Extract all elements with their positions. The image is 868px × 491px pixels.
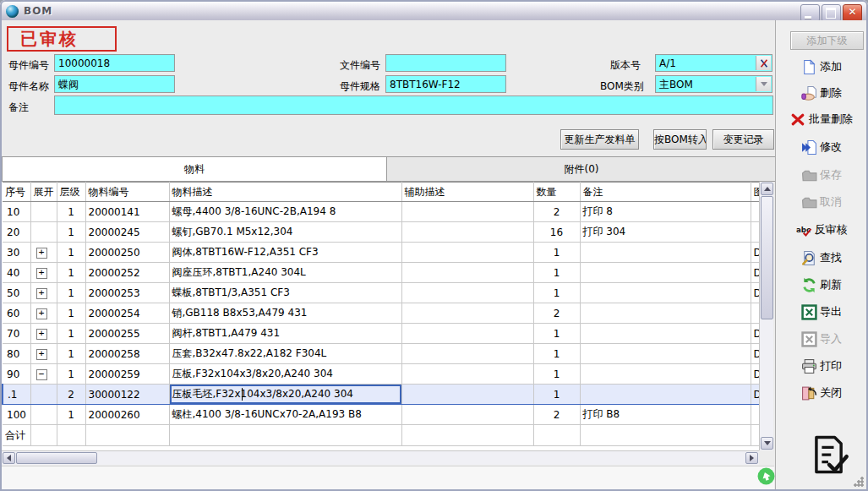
cell-fig: D bbox=[751, 364, 759, 385]
sidebar-button-find[interactable]: 查找 bbox=[776, 247, 867, 269]
vertical-scrollbar[interactable] bbox=[759, 182, 773, 450]
cell-remark: 打印 304 bbox=[580, 222, 751, 243]
cell-level: 1 bbox=[57, 222, 85, 243]
cell-seq: 60 bbox=[3, 303, 30, 324]
resize-grip[interactable] bbox=[854, 477, 864, 487]
cell-fig bbox=[751, 405, 759, 425]
cell-desc: 阀座压环,8TBT1,A240 304L bbox=[169, 263, 401, 283]
refresh-icon bbox=[801, 277, 817, 293]
table-row[interactable]: 20120000245螺钉,GB70.1 M5x12,30416打印 304 bbox=[3, 222, 759, 243]
cell-aux bbox=[401, 222, 533, 243]
table-row[interactable]: 60+120000254销,GB118 B8x53,A479 4312 bbox=[3, 303, 759, 324]
cell-expand: + bbox=[30, 303, 57, 324]
scroll-left-button[interactable] bbox=[3, 452, 15, 464]
footer-cell bbox=[85, 425, 169, 446]
sidebar-button-export[interactable]: 导出 bbox=[776, 301, 867, 323]
sidebar-button-label: 刷新 bbox=[820, 277, 842, 292]
sidebar-button-print[interactable]: 打印 bbox=[776, 355, 867, 377]
remark-field[interactable] bbox=[54, 95, 773, 115]
cell-fig bbox=[751, 222, 759, 243]
gray-folder-icon bbox=[801, 167, 817, 183]
vertical-scroll-thumb[interactable] bbox=[761, 196, 773, 319]
cell-seq: 10 bbox=[3, 202, 30, 222]
cell-seq: 100 bbox=[3, 405, 30, 425]
column-header-4[interactable]: 物料描述 bbox=[169, 183, 401, 202]
document-check-stamp-icon bbox=[806, 433, 850, 477]
table-row[interactable]: 80+120000258压套,B32x47.8x22,A182 F304L1D bbox=[3, 344, 759, 364]
sidebar-button-batch-delete[interactable]: 批量删除 bbox=[776, 108, 867, 130]
cell-remark bbox=[580, 263, 751, 283]
column-header-6[interactable]: 数量 bbox=[533, 183, 580, 202]
cell-seq: .1 bbox=[3, 385, 30, 405]
expand-icon[interactable]: + bbox=[36, 268, 47, 279]
cell-fig bbox=[751, 202, 759, 222]
parent-name-label: 母件名称 bbox=[8, 79, 49, 94]
column-header-5[interactable]: 辅助描述 bbox=[401, 183, 533, 202]
column-header-1[interactable]: 展开 bbox=[30, 183, 57, 202]
change-log-button[interactable]: 变更记录 bbox=[712, 129, 774, 150]
parent-name-field[interactable]: 蝶阀 bbox=[54, 75, 175, 93]
arrow-left-icon bbox=[7, 455, 11, 461]
maximize-button[interactable] bbox=[822, 4, 841, 22]
collapse-icon[interactable]: − bbox=[36, 369, 47, 380]
sidebar-button-delete[interactable]: 删除 bbox=[776, 82, 867, 104]
update-production-issue-button[interactable]: 更新生产发料单 bbox=[560, 129, 639, 150]
column-header-8[interactable]: 图 bbox=[751, 183, 759, 202]
cell-aux bbox=[401, 283, 533, 303]
sidebar-button-refresh[interactable]: 刷新 bbox=[776, 274, 867, 296]
sidebar-button-label: 打印 bbox=[820, 358, 842, 374]
sidebar-button-unapprove[interactable]: abc反审核 bbox=[776, 219, 867, 241]
expand-icon[interactable]: + bbox=[36, 308, 47, 319]
cell-fig: D bbox=[751, 344, 759, 364]
tab-materials[interactable]: 物料 bbox=[3, 157, 386, 181]
column-header-0[interactable]: 序号 bbox=[3, 183, 30, 202]
sidebar-button-modify[interactable]: 修改 bbox=[776, 136, 867, 158]
cell-desc: 阀杆,8TBT1,A479 431 bbox=[169, 324, 401, 344]
table-row[interactable]: 90−120000259压板,F32x104x3/8x20,A240 3041D bbox=[3, 364, 759, 385]
expand-icon[interactable]: + bbox=[36, 349, 47, 360]
table-row[interactable]: 70+120000255阀杆,8TBT1,A479 4311D bbox=[3, 324, 759, 344]
column-header-7[interactable]: 备注 bbox=[580, 183, 751, 202]
clear-version-button[interactable] bbox=[756, 56, 771, 70]
approved-stamp: 已审核 bbox=[7, 26, 117, 52]
table-row[interactable]: 50+120000253蝶板,8TBT1/3,A351 CF31D bbox=[3, 283, 759, 303]
table-row[interactable]: 30+120000250阀体,8TBT16W-F12,A351 CF31D bbox=[3, 243, 759, 263]
close-icon: ✕ bbox=[843, 6, 861, 18]
version-field[interactable]: A/1 bbox=[655, 54, 772, 72]
sidebar-button-close[interactable]: 关闭 bbox=[776, 382, 867, 404]
expand-icon[interactable]: + bbox=[36, 329, 47, 340]
table-row[interactable]: 10120000141螺母,4400 3/8-16UNC-2B,A194 82打… bbox=[3, 202, 759, 222]
cell-level: 2 bbox=[57, 385, 85, 405]
column-header-2[interactable]: 层级 bbox=[57, 183, 85, 202]
scroll-down-button[interactable] bbox=[761, 437, 773, 450]
scroll-up-button[interactable] bbox=[761, 183, 773, 195]
cell-code: 20000255 bbox=[85, 324, 169, 344]
column-header-3[interactable]: 物料编号 bbox=[85, 183, 169, 202]
expand-icon[interactable]: + bbox=[36, 248, 47, 259]
sidebar: 添加下级 添加删除批量删除修改保存取消abc反审核查找刷新导出导入打印关闭 bbox=[775, 20, 866, 489]
dropdown-button[interactable] bbox=[756, 77, 771, 91]
parent-code-field[interactable]: 10000018 bbox=[54, 54, 175, 72]
table-row[interactable]: .1230000122压板毛坯,F32x104x3/8x20,A240 3041… bbox=[3, 385, 759, 405]
tab-attachments[interactable]: 附件(0) bbox=[386, 157, 776, 181]
scroll-right-button[interactable] bbox=[745, 452, 758, 464]
table-row[interactable]: 40+120000252阀座压环,8TBT1,A240 304L1D bbox=[3, 263, 759, 283]
close-button[interactable]: ✕ bbox=[843, 4, 862, 22]
bom-transfer-button[interactable]: 按BOM转入 bbox=[653, 129, 707, 150]
minimize-button[interactable] bbox=[800, 4, 820, 22]
cell-remark bbox=[580, 324, 751, 344]
app-globe-icon bbox=[6, 5, 19, 18]
parent-code-label: 母件编号 bbox=[8, 58, 49, 73]
cell-level: 1 bbox=[57, 263, 85, 283]
cell-qty: 1 bbox=[533, 324, 580, 344]
sidebar-button-add[interactable]: 添加 bbox=[776, 56, 867, 78]
horizontal-scrollbar[interactable] bbox=[2, 450, 759, 465]
expand-icon[interactable]: + bbox=[36, 288, 47, 299]
search-page-icon bbox=[801, 250, 817, 266]
bom-type-select[interactable]: 主BOM bbox=[655, 75, 772, 93]
cell-aux bbox=[401, 405, 533, 425]
table-row[interactable]: 100120000260螺柱,4100 3/8-16UNCx70-2A,A193… bbox=[3, 405, 759, 425]
horizontal-scroll-thumb[interactable] bbox=[16, 452, 97, 464]
doc-code-field[interactable] bbox=[385, 54, 506, 72]
parent-spec-field[interactable]: 8TBT16W-F12 bbox=[385, 75, 506, 93]
